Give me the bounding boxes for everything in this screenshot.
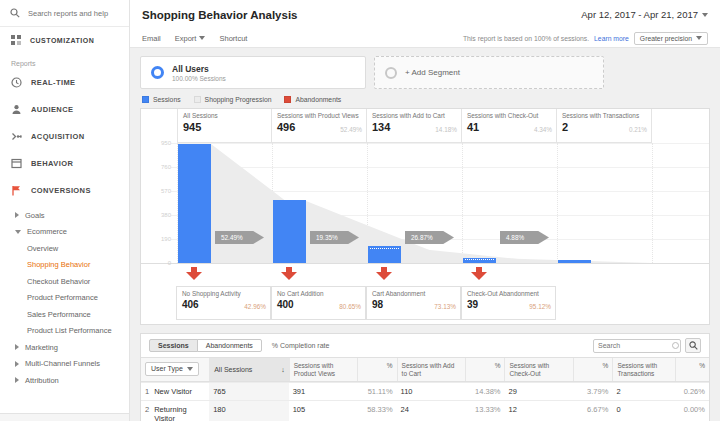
funnel-step-checkout[interactable]: Sessions with Check-Out 414.34% [462,109,557,143]
column-checkout[interactable]: Sessions with Check-Out [504,358,572,381]
abandonment-checkout[interactable]: Check-Out Abandonment 3995.12% [461,286,556,320]
chevron-down-icon [187,367,193,371]
sub-label: Attribution [25,376,59,385]
sub-label: Checkout Behavior [27,277,90,286]
sidebar-item-multi-channel-funnels[interactable]: Multi-Channel Funnels [0,356,129,373]
user-type-value: Returning Visitor [154,405,205,421]
nav-label: AUDIENCE [31,105,73,114]
sidebar-item-audience[interactable]: AUDIENCE [0,96,129,123]
nav-label: REAL-TIME [31,78,75,87]
legend-abandonments: Abandonments [284,96,341,103]
nav-label: CONVERSIONS [31,186,91,195]
bar-all-sessions[interactable] [178,144,211,263]
segment-name: All Users [172,64,226,74]
bar-product-views[interactable] [273,200,306,263]
tab-sessions[interactable]: Sessions [149,339,198,352]
sidebar-item-realtime[interactable]: REAL-TIME [0,69,129,96]
completion-rate-label[interactable]: % Completion rate [272,342,330,349]
bar-transactions[interactable] [558,260,591,263]
chevron-down-icon [199,36,205,40]
abandonment-arrow-icon [186,267,202,280]
user-type-dropdown[interactable]: User Type [145,362,199,376]
column-percent[interactable]: % [573,358,613,381]
bar-add-to-cart[interactable] [368,246,401,263]
sidebar-item-product-list-performance[interactable]: Product List Performance [0,323,129,340]
sidebar-item-ecommerce[interactable]: Ecommerce [0,224,129,241]
learn-more-link[interactable]: Learn more [594,35,629,42]
abandonment-cart[interactable]: Cart Abandonment 9873.13% [366,286,461,320]
bar-checkout[interactable] [463,258,496,263]
table-row[interactable]: 2Returning Visitor 180 105 58.33% 24 13.… [141,400,709,421]
column-percent[interactable]: % [675,358,709,381]
sub-label: Ecommerce [27,227,67,236]
chevron-down-icon [702,13,708,17]
flag-icon [11,185,22,196]
sidebar-item-behavior[interactable]: BEHAVIOR [0,150,129,177]
segment-detail: 100.00% Sessions [172,75,226,82]
sub-label: Product List Performance [27,326,112,335]
sub-label: Overview [27,244,58,253]
funnel-step-add-to-cart[interactable]: Sessions with Add to Cart 13414.18% [367,109,462,143]
segment-all-users[interactable]: All Users 100.00% Sessions [140,56,366,89]
sidebar-item-product-performance[interactable]: Product Performance [0,290,129,307]
progression-swatch-icon [194,96,201,103]
column-product-views[interactable]: Sessions with Product Views [289,358,357,381]
export-button[interactable]: Export [175,34,206,43]
search-input[interactable] [28,9,125,18]
transactions-pct: 0.00% [675,401,709,421]
sidebar-item-marketing[interactable]: Marketing [0,339,129,356]
table-search [593,338,701,353]
email-button[interactable]: Email [142,34,161,43]
sidebar-item-goals[interactable]: Goals [0,207,129,224]
product-views-pct: 58.33% [357,401,397,421]
tab-abandonments[interactable]: Abandonments [197,339,262,352]
column-all-sessions[interactable]: All Sessions↓ [209,358,289,381]
shortcut-button[interactable]: Shortcut [219,34,247,43]
abandonment-no-cart-addition[interactable]: No Cart Addition 40080.65% [271,286,366,320]
add-segment-button[interactable]: + Add Segment [374,56,604,89]
funnel-step-product-views[interactable]: Sessions with Product Views 49652.49% [272,109,367,143]
column-percent[interactable]: % [465,358,505,381]
checkout-value: 12 [504,401,572,421]
search-submit-button[interactable] [685,338,701,353]
column-transactions[interactable]: Sessions with Transactions [612,358,674,381]
sort-desc-icon: ↓ [281,366,285,374]
sidebar-item-overview[interactable]: Overview [0,240,129,257]
precision-dropdown[interactable]: Greater precision [634,32,708,45]
report-actions: Email Export Shortcut [142,34,247,43]
sidebar-item-sales-performance[interactable]: Sales Performance [0,306,129,323]
reports-label: Reports [0,53,129,69]
column-percent[interactable]: % [357,358,397,381]
add-to-cart-value: 24 [397,401,465,421]
column-add-to-cart[interactable]: Sessions with Add to Cart [397,358,465,381]
sidebar-item-attribution[interactable]: Attribution [0,372,129,389]
date-range-selector[interactable]: Apr 12, 2017 - Apr 21, 2017 [581,9,708,20]
sub-label: Shopping Behavior [27,260,90,269]
abandonment-no-shopping-activity[interactable]: No Shopping Activity 40642.96% [176,286,271,320]
report-titlebar: Shopping Behavior Analysis Apr 12, 2017 … [130,0,720,29]
table-search-input[interactable] [593,339,681,353]
sidebar-item-conversions[interactable]: CONVERSIONS [0,177,129,204]
search-icon [689,341,698,350]
product-views-value: 391 [289,383,357,400]
sidebar-item-acquisition[interactable]: ACQUISITION [0,123,129,150]
table-row[interactable]: 1New Visitor 765 391 51.11% 110 14.38% 2… [141,382,709,400]
report-actionbar: Email Export Shortcut This report is bas… [130,29,720,48]
clock-icon [11,77,22,88]
sidebar-collapse-bar[interactable] [0,413,129,421]
funnel-step-transactions[interactable]: Sessions with Transactions 20.21% [557,109,652,143]
sessions-swatch-icon [142,96,149,103]
customization-icon [11,35,21,45]
chevron-down-icon [15,230,21,234]
acquisition-icon [11,131,22,142]
sidebar-item-shopping-behavior[interactable]: Shopping Behavior [0,257,129,274]
legend-sessions: Sessions [142,96,181,103]
funnel-step-all-sessions[interactable]: All Sessions 945 [177,109,272,143]
sidebar-search[interactable] [0,0,129,27]
add-to-cart-pct: 13.33% [465,401,505,421]
sidebar-item-checkout-behavior[interactable]: Checkout Behavior [0,273,129,290]
main-area: Shopping Behavior Analysis Apr 12, 2017 … [130,0,720,421]
sub-label: Sales Performance [27,310,91,319]
sidebar-item-customization[interactable]: CUSTOMIZATION [0,27,129,53]
advanced-search-icon[interactable] [672,342,679,349]
